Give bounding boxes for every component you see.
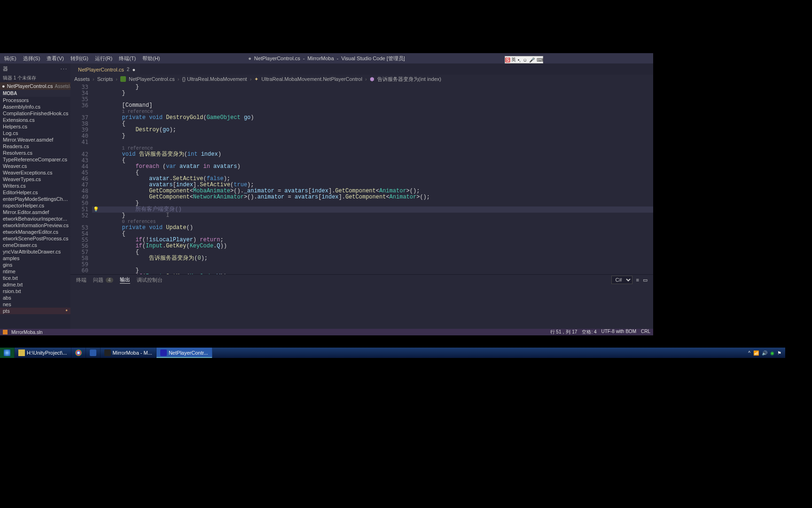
menu-terminal[interactable]: 终端(T) <box>116 54 139 64</box>
tree-item[interactable]: Readers.cs <box>0 143 70 150</box>
status-position[interactable]: 行 51，列 17 <box>550 329 578 335</box>
taskbar-unity[interactable]: MirrorMoba - M... <box>101 348 156 358</box>
tree-item[interactable]: tice.txt <box>0 275 70 281</box>
project-header[interactable]: MOBA <box>0 90 70 97</box>
tree-item[interactable]: etworkManagerEditor.cs <box>0 229 70 235</box>
folder-icon <box>18 349 25 356</box>
status-eol[interactable]: CRL <box>641 329 650 335</box>
panel-tab-output[interactable]: 输出 <box>120 276 130 284</box>
tree-item[interactable]: amples <box>0 255 70 262</box>
crumb-file[interactable]: NetPlayerControl.cs <box>129 76 175 82</box>
window-title: ● NetPlayerControl.cs - MirrorMoba - Vis… <box>248 55 405 62</box>
tree-item[interactable]: Resolvers.cs <box>0 150 70 156</box>
tree-item[interactable]: WeaverExceptions.cs <box>0 169 70 176</box>
ime-keyboard-icon[interactable]: ⌨ <box>536 57 544 63</box>
crumb-namespace[interactable]: {} UltraReal.MobaMovement <box>182 76 247 82</box>
tray-network-icon[interactable]: 📶 <box>753 350 759 356</box>
maximize-panel-icon[interactable]: ▭ <box>643 277 648 283</box>
tree-item[interactable]: Mirror.Editor.asmdef <box>0 209 70 215</box>
ime-emoji-icon[interactable]: ☺ <box>522 57 528 63</box>
tree-item[interactable]: Helpers.cs <box>0 123 70 130</box>
tray-volume-icon[interactable]: 🔊 <box>762 350 767 356</box>
tray-flag-icon[interactable]: ⚑ <box>777 350 781 356</box>
tree-item[interactable]: pts <box>0 308 70 314</box>
panel-tab-problems[interactable]: 问题 4 <box>93 277 113 284</box>
windows-taskbar: H:\UnityProject\... MirrorMoba - M... Ne… <box>0 348 785 358</box>
tree-item[interactable]: etworkScenePostProcess.cs <box>0 235 70 242</box>
ime-punct-icon[interactable]: •, <box>517 57 522 63</box>
output-filter[interactable]: C# <box>611 276 632 284</box>
taskbar-app[interactable] <box>86 348 101 358</box>
tree-item[interactable]: CompilationFinishedHook.cs <box>0 110 70 117</box>
status-solution[interactable]: MirrorMoba.sln <box>11 330 43 335</box>
crumb-class[interactable]: UltraReal.MobaMovement.NetPlayerControl <box>261 76 362 82</box>
tree-item[interactable]: etworkInformationPreview.cs <box>0 222 70 229</box>
menu-edit[interactable]: 辑(E) <box>1 54 20 64</box>
tree-item[interactable]: yncVarAttributeDrawer.cs <box>0 248 70 255</box>
tree-item[interactable]: gins <box>0 262 70 268</box>
status-encoding[interactable]: UTF-8 with BOM <box>601 329 636 335</box>
open-editors-section[interactable]: 辑器 1 个未保存 <box>0 74 70 82</box>
clear-output-icon[interactable]: ≡ <box>636 277 639 283</box>
menu-go[interactable]: 转到(G) <box>67 54 92 64</box>
open-file-name: NetPlayerControl.cs <box>7 83 53 89</box>
taskbar-unity-label: MirrorMoba - M... <box>113 350 152 356</box>
tree-item[interactable]: Log.cs <box>0 130 70 136</box>
ime-toolbar[interactable]: S 英 •, ☺ 🎤 ⌨ <box>505 56 543 64</box>
system-tray[interactable]: ^ 📶 🔊 ◉ ⚑ <box>744 348 785 358</box>
tree-item[interactable]: ceneDrawer.cs <box>0 242 70 248</box>
tree-item[interactable]: nes <box>0 301 70 308</box>
tree-item[interactable]: AssemblyInfo.cs <box>0 103 70 110</box>
tree-item[interactable]: nspectorHelper.cs <box>0 202 70 209</box>
panel-tab-debug[interactable]: 调试控制台 <box>137 277 163 284</box>
file-tree: ProcessorsAssemblyInfo.csCompilationFini… <box>0 97 70 314</box>
tree-item[interactable]: adme.txt <box>0 281 70 288</box>
taskbar-explorer-label: H:\UnityProject\... <box>27 350 67 356</box>
problems-count: 4 <box>106 278 113 283</box>
tree-item[interactable]: enterPlayModeSettingsCheck.cs <box>0 196 70 202</box>
tab-filename: NetPlayerControl.cs <box>78 67 124 72</box>
tree-item[interactable]: Weaver.cs <box>0 163 70 169</box>
taskbar-chrome[interactable] <box>71 348 86 358</box>
tree-item[interactable]: rsion.txt <box>0 288 70 294</box>
crumb-method[interactable]: 告诉服务器变身为(int index) <box>377 76 441 83</box>
solution-icon[interactable] <box>3 330 8 334</box>
lightbulb-icon[interactable]: 💡 <box>93 206 99 212</box>
tree-item[interactable]: TypeReferenceComparer.cs <box>0 156 70 163</box>
tree-item[interactable]: Writers.cs <box>0 183 70 189</box>
tree-item[interactable]: EditorHelper.cs <box>0 189 70 196</box>
ime-mic-icon[interactable]: 🎤 <box>528 57 536 63</box>
code-content[interactable]: } } [Command] 1 reference private void D… <box>92 83 653 274</box>
tree-item[interactable]: Processors <box>0 97 70 103</box>
menu-select[interactable]: 选择(S) <box>20 54 44 64</box>
menu-bar: 辑(E) 选择(S) 查看(V) 转到(G) 运行(R) 终端(T) 帮助(H) <box>0 54 164 64</box>
code-area[interactable]: 3334353637383940414243444546474849505152… <box>70 83 653 274</box>
tree-item[interactable]: WeaverTypes.cs <box>0 176 70 183</box>
menu-run[interactable]: 运行(R) <box>92 54 116 64</box>
tree-item[interactable]: ntime <box>0 268 70 275</box>
title-file: NetPlayerControl.cs <box>254 56 300 61</box>
crumb-scripts[interactable]: Scripts <box>97 76 113 82</box>
tree-item[interactable]: etworkBehaviourInspector.cs <box>0 215 70 222</box>
tray-wechat-icon[interactable]: ◉ <box>770 350 774 356</box>
taskbar-vscode[interactable]: NetPlayerContr... <box>156 348 212 358</box>
start-button[interactable] <box>0 348 15 358</box>
panel-tab-terminal[interactable]: 终端 <box>76 277 86 284</box>
tree-item[interactable]: Mirror.Weaver.asmdef <box>0 136 70 143</box>
ime-lang[interactable]: 英 <box>510 56 517 63</box>
menu-view[interactable]: 查看(V) <box>43 54 67 64</box>
modified-dot: ● <box>2 83 5 89</box>
taskbar-explorer[interactable]: H:\UnityProject\... <box>15 348 71 358</box>
taskbar-vscode-label: NetPlayerContr... <box>169 350 208 356</box>
tab-netplayercontrol[interactable]: NetPlayerControl.cs 2 ● <box>70 64 140 75</box>
crumb-assets[interactable]: Assets <box>74 76 90 82</box>
more-icon[interactable]: ··· <box>61 66 68 71</box>
tree-item[interactable]: abs <box>0 294 70 301</box>
status-spaces[interactable]: 空格: 4 <box>582 329 596 335</box>
open-editor-item[interactable]: ● NetPlayerControl.cs Assets\Scripts 2 <box>0 82 70 90</box>
tray-chevron-icon[interactable]: ^ <box>748 350 750 356</box>
tree-item[interactable]: Extensions.cs <box>0 117 70 123</box>
bottom-panel: 终端 问题 4 输出 调试控制台 C# ≡ ▭ <box>70 274 653 329</box>
tab-modified-icon[interactable]: ● <box>132 67 135 72</box>
menu-help[interactable]: 帮助(H) <box>139 54 163 64</box>
